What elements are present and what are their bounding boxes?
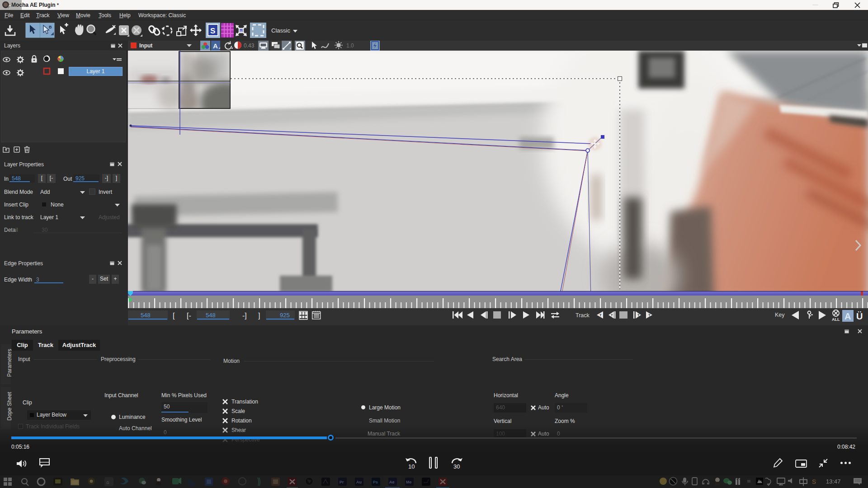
svg-text:1.0: 1.0 bbox=[346, 42, 354, 49]
svg-text:Ae: Ae bbox=[389, 480, 395, 484]
svg-text:Track: Track bbox=[576, 312, 590, 319]
svg-text:⌂: ⌂ bbox=[106, 479, 109, 485]
svg-text:S: S bbox=[812, 478, 816, 485]
svg-text:Ps: Ps bbox=[373, 480, 378, 484]
svg-text:-]: -] bbox=[242, 312, 247, 319]
svg-text:A: A bbox=[213, 42, 218, 50]
svg-text:13:47: 13:47 bbox=[826, 478, 841, 485]
svg-text:A: A bbox=[844, 311, 851, 321]
svg-text:0.43: 0.43 bbox=[244, 42, 255, 49]
svg-text:Input: Input bbox=[139, 42, 152, 49]
svg-text:]: ] bbox=[258, 312, 260, 319]
svg-text:[-: [- bbox=[187, 312, 191, 319]
svg-text:548: 548 bbox=[141, 312, 151, 319]
svg-text:Ü: Ü bbox=[856, 311, 863, 321]
svg-text:Me: Me bbox=[406, 480, 412, 484]
svg-text:925: 925 bbox=[280, 312, 290, 319]
svg-text:S: S bbox=[210, 27, 215, 35]
svg-text:T: T bbox=[599, 313, 602, 317]
svg-text:T: T bbox=[611, 313, 613, 317]
svg-text:548: 548 bbox=[206, 312, 216, 319]
svg-text:Au: Au bbox=[356, 480, 362, 484]
svg-text:B: B bbox=[49, 25, 52, 29]
svg-text:Key: Key bbox=[775, 312, 785, 318]
svg-text:ALL: ALL bbox=[832, 317, 840, 322]
svg-text:[: [ bbox=[173, 312, 175, 319]
svg-text:u: u bbox=[240, 29, 242, 33]
svg-text:T: T bbox=[648, 313, 651, 317]
svg-text:T: T bbox=[637, 313, 640, 317]
svg-text:Pr: Pr bbox=[340, 480, 344, 484]
